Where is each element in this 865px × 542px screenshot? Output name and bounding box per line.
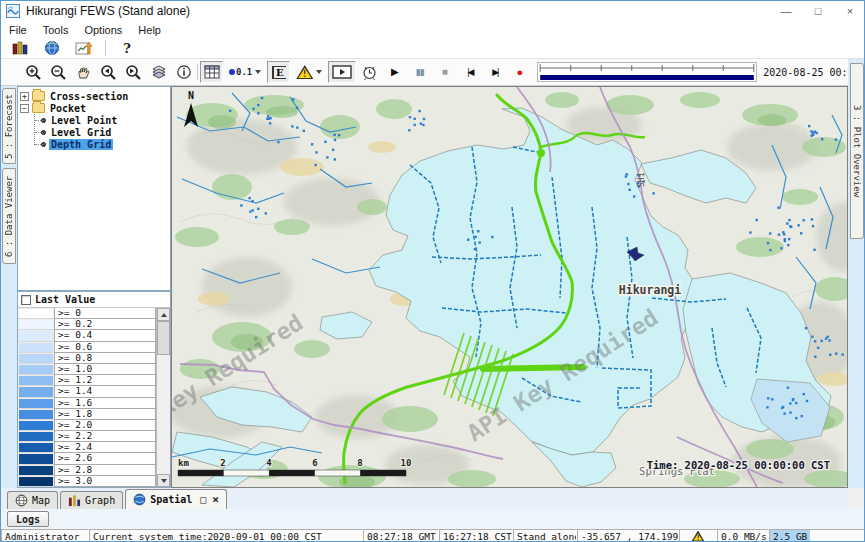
layers-icon[interactable]: [147, 61, 170, 83]
classbreaks-interval-button[interactable]: 0.1: [225, 61, 265, 83]
status-user: Administrator: [1, 529, 89, 542]
pause-button[interactable]: ▮▮: [408, 61, 431, 83]
pan-hand-icon[interactable]: [72, 61, 95, 83]
map-canvas: API Key Required API Key Required Hikura…: [172, 87, 847, 487]
step-forward-button[interactable]: ▶|: [483, 61, 506, 83]
scroll-up-icon[interactable]: [157, 308, 170, 321]
legend-color-swatch: [18, 353, 54, 364]
menu-file[interactable]: File: [1, 24, 35, 36]
interval-value: 0.1: [236, 67, 252, 77]
zoom-previous-icon[interactable]: [97, 61, 120, 83]
logs-button[interactable]: Logs: [7, 511, 49, 527]
tab-forecast[interactable]: 5 : Forecast: [2, 88, 16, 164]
scroll-thumb[interactable]: [157, 321, 170, 355]
close-button[interactable]: ×: [834, 1, 865, 21]
menu-bar: File Tools Options Help: [1, 21, 865, 38]
data-explorer-icon[interactable]: [9, 39, 31, 57]
status-transfer-rate: 0.0 MB/s: [717, 529, 769, 542]
tab-data-viewer[interactable]: 6 : Data Viewer: [2, 168, 16, 264]
info-icon[interactable]: [172, 61, 195, 83]
legend-color-swatch: [18, 465, 54, 476]
thresholds-warning-button[interactable]: !: [292, 61, 326, 83]
tree-row-pocket[interactable]: − Pocket: [20, 102, 168, 114]
tree-row-depth-grid[interactable]: Depth Grid: [25, 138, 168, 150]
last-value-checkbox[interactable]: [21, 295, 31, 305]
legend-row[interactable]: >= 1.6: [18, 398, 156, 409]
tab-restore-icon[interactable]: □: [200, 495, 206, 505]
status-system-time: Current system time:2020-09-01 00:00 CST: [89, 529, 363, 542]
menu-tools[interactable]: Tools: [35, 24, 77, 36]
help-icon[interactable]: ?: [116, 39, 138, 57]
globe-icon[interactable]: [41, 39, 63, 57]
menu-options[interactable]: Options: [76, 24, 130, 36]
legend-color-swatch: [18, 476, 54, 487]
stop-button[interactable]: ■: [433, 61, 456, 83]
chevron-down-icon: [316, 70, 322, 74]
tab-close-icon[interactable]: ×: [212, 494, 219, 505]
zoom-next-icon[interactable]: [122, 61, 145, 83]
zoom-in-icon[interactable]: [22, 61, 45, 83]
scale-tick: 4: [266, 458, 272, 468]
legend-row-label: >= 0.4: [54, 330, 156, 341]
status-coordinates: -35.657 , 174.199: [577, 529, 679, 542]
grid-overlay-icon[interactable]: [200, 61, 223, 83]
legend-row[interactable]: >= 0.4: [18, 330, 156, 341]
legend-color-swatch: [18, 364, 54, 375]
animation-settings-clock-icon[interactable]: [358, 61, 381, 83]
toolbar-separator: [197, 64, 198, 80]
minimize-button[interactable]: —: [770, 1, 802, 21]
tab-map[interactable]: Map: [7, 491, 58, 509]
tree-row-level-grid[interactable]: Level Grid: [25, 126, 168, 138]
bar-chart-icon: [68, 494, 81, 507]
legend-color-swatch: [18, 386, 54, 397]
expand-plus-icon[interactable]: +: [20, 92, 29, 101]
scroll-down-icon[interactable]: [157, 474, 170, 487]
legend-list: >= 0 >= 0.2 >= 0.4 >= 0.6: [18, 308, 156, 487]
town-label: Hikurangi: [619, 283, 681, 297]
scale-tick: 8: [357, 458, 362, 468]
left-tab-strip: 5 : Forecast 6 : Data Viewer: [1, 86, 17, 488]
map-view[interactable]: API Key Required API Key Required Hikura…: [171, 86, 848, 488]
layer-bullet-icon: [41, 130, 46, 135]
layers-tree-panel: + Cross-section − Pocket Level Point Lev…: [17, 86, 171, 291]
tree-row-cross-section[interactable]: + Cross-section: [20, 90, 168, 102]
scalebar-toggle-icon[interactable]: E: [267, 61, 290, 83]
step-back-button[interactable]: |◀: [458, 61, 481, 83]
status-local-time: 16:27:18 CST: [439, 529, 513, 542]
tab-graph[interactable]: Graph: [60, 491, 123, 509]
legend-color-swatch: [18, 431, 54, 442]
interval-dot-icon: [229, 69, 235, 75]
record-button[interactable]: ●: [508, 61, 531, 83]
legend-row[interactable]: >= 1.4: [18, 386, 156, 397]
map-time-label: Time: 2020-08-25 00:00:00 CST: [647, 459, 830, 471]
menu-help[interactable]: Help: [130, 24, 169, 36]
right-tab-strip: 3 : Plot Overview: [848, 59, 865, 488]
legend-panel: Last Value >= 0 >= 0.2: [17, 291, 171, 488]
time-slider[interactable]: [537, 62, 757, 82]
folder-icon: [32, 103, 45, 113]
legend-row[interactable]: >= 2.6: [18, 453, 156, 464]
animation-movie-icon[interactable]: [328, 61, 356, 83]
main-toolbar: ?: [1, 38, 865, 59]
window-title: Hikurangi FEWS (Stand alone): [26, 4, 190, 18]
scale-tick: 10: [401, 458, 412, 468]
tree-row-level-point[interactable]: Level Point: [25, 114, 168, 126]
status-mode: Stand alone: [513, 529, 577, 542]
maximize-button[interactable]: □: [802, 1, 834, 21]
zoom-out-icon[interactable]: [47, 61, 70, 83]
tab-spatial[interactable]: Spatial □ ×: [125, 489, 227, 509]
legend-scrollbar[interactable]: [156, 308, 170, 487]
legend-color-swatch: [18, 342, 54, 353]
warning-triangle-icon: !: [692, 531, 705, 542]
collapse-minus-icon[interactable]: −: [20, 104, 29, 113]
legend-row-label: >= 2.6: [54, 453, 156, 464]
legend-color-swatch: [18, 308, 54, 319]
status-gmt-time: 08:27:18 GMT: [363, 529, 439, 542]
legend-row-label: >= 1.4: [54, 386, 156, 397]
globe-icon: [133, 493, 146, 506]
app-logo-icon: [6, 4, 20, 18]
timeseries-import-icon[interactable]: [73, 39, 95, 57]
title-bar: Hikurangi FEWS (Stand alone) — □ ×: [1, 1, 865, 21]
play-button[interactable]: ▶: [383, 61, 406, 83]
tab-plot-overview[interactable]: 3 : Plot Overview: [850, 63, 864, 239]
